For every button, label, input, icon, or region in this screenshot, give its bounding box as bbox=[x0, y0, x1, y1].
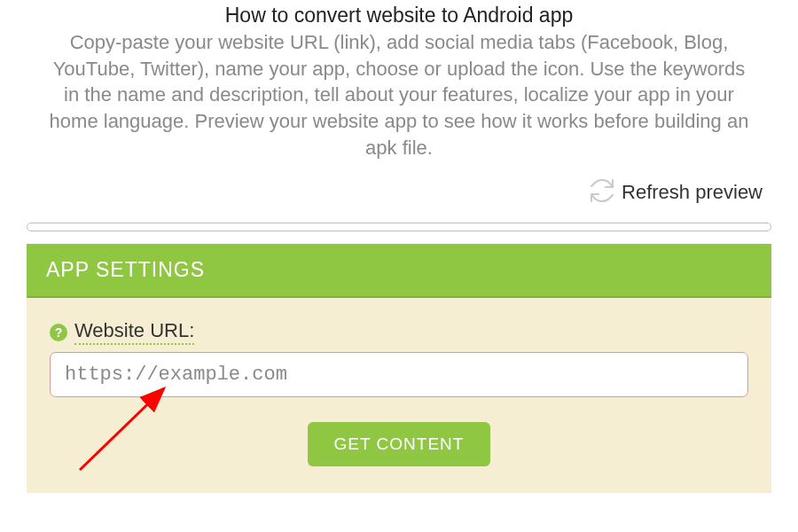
panel-header: APP SETTINGS bbox=[27, 244, 771, 298]
refresh-icon bbox=[588, 176, 616, 208]
app-settings-panel: APP SETTINGS ? Website URL: GET CONTENT bbox=[27, 244, 771, 493]
panel-body: ? Website URL: GET CONTENT bbox=[27, 298, 771, 493]
page-description: Copy-paste your website URL (link), add … bbox=[27, 29, 771, 160]
get-content-button[interactable]: GET CONTENT bbox=[308, 422, 491, 466]
website-url-input[interactable] bbox=[50, 352, 748, 397]
progress-bar bbox=[27, 223, 771, 231]
help-icon[interactable]: ? bbox=[50, 324, 67, 341]
refresh-preview-label: Refresh preview bbox=[622, 181, 763, 204]
website-url-label: Website URL: bbox=[74, 319, 194, 345]
refresh-preview-row[interactable]: Refresh preview bbox=[27, 176, 771, 208]
page-title: How to convert website to Android app bbox=[27, 4, 771, 27]
